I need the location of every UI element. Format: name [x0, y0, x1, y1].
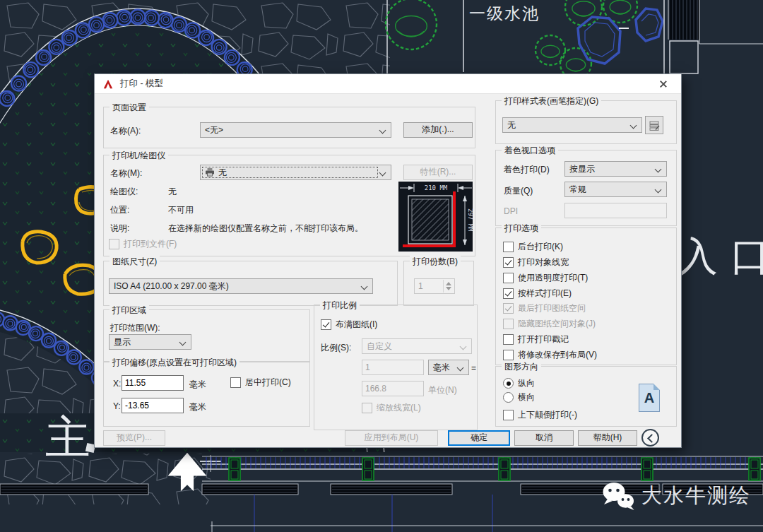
scale-factor-input [362, 360, 424, 375]
orientation-paper-icon: A [639, 384, 660, 412]
plot-option-checkbox[interactable] [503, 350, 514, 360]
group-label: 打印比例 [320, 300, 360, 312]
landscape-radio[interactable] [503, 392, 514, 403]
scale-lineweight-row: 缩放线宽(L) [362, 402, 421, 414]
pool-label: 一级水池 [469, 3, 540, 25]
chevron-left-icon [647, 434, 656, 443]
plot-style-combo[interactable]: 无 [502, 117, 642, 133]
main-gate-label: 主 [45, 407, 90, 468]
shade-plot-combo[interactable]: 按显示 [564, 161, 667, 177]
group-plot-offset: 打印偏移(原点设置在可打印区域) [103, 362, 310, 427]
chevron-down-icon [379, 127, 386, 134]
plot-option-label: 后台打印(K) [518, 241, 563, 253]
scale-combo: 自定义 [362, 338, 472, 354]
plot-option-label: 打开打印戳记 [518, 333, 569, 345]
scale-value: 自定义 [367, 341, 392, 353]
plot-option-row: 后台打印(K) [503, 241, 563, 253]
quality-combo[interactable]: 常规 [564, 182, 667, 197]
watermark-text: 大水牛测绘 [641, 482, 751, 510]
quality-label: 质量(Q) [504, 185, 533, 197]
plot-range-label: 打印范围(W): [110, 322, 160, 334]
chevron-down-icon [655, 166, 662, 173]
location-value: 不可用 [168, 204, 194, 216]
portrait-radio[interactable] [503, 378, 514, 389]
location-label: 位置: [110, 204, 129, 216]
quality-value: 常规 [569, 184, 586, 196]
scale-units-input [362, 381, 424, 396]
plot-option-label: 最后打印图纸空间 [518, 302, 586, 314]
plot-option-checkbox [503, 303, 514, 314]
flip-row: 上下颠倒打印(-) [503, 409, 577, 421]
cursor-arrow [165, 452, 209, 492]
chevron-down-icon [457, 365, 464, 372]
scale-unit-value: 毫米 [433, 362, 450, 374]
scale-unit-combo[interactable]: 毫米 [428, 360, 469, 375]
scale-units-label: 单位(N) [428, 384, 457, 396]
fit-to-paper-label: 布满图纸(I) [336, 319, 377, 331]
chevron-down-icon [379, 170, 386, 177]
ok-button[interactable]: 确定 [448, 430, 510, 446]
page-setup-name-combo[interactable]: <无> [200, 122, 391, 138]
plot-option-checkbox[interactable] [503, 273, 514, 283]
plot-option-checkbox[interactable] [503, 242, 514, 252]
paper-size-value: ISO A4 (210.00 x 297.00 毫米) [114, 280, 229, 292]
add-page-setup-button[interactable]: 添加(.)... [403, 122, 473, 138]
plot-range-value: 显示 [114, 336, 131, 348]
plot-option-checkbox[interactable] [503, 334, 514, 345]
less-options-button[interactable] [641, 429, 659, 447]
fit-to-paper-checkbox[interactable] [321, 319, 331, 330]
group-label: 打印机/绘图仪 [110, 150, 168, 162]
scale-label: 比例(S): [321, 342, 351, 354]
plot-option-row: 打印对象线宽 [503, 256, 569, 268]
plot-option-checkbox[interactable] [503, 288, 514, 299]
apply-to-layout-button: 应用到布局(U) [345, 430, 438, 446]
offset-x-label: X: [113, 379, 121, 389]
paper-height-label: 297 MM [467, 208, 473, 232]
paper-width-label: 210 MM [425, 184, 448, 191]
offset-x-input[interactable] [122, 375, 184, 391]
page-setup-name-value: <无> [205, 124, 223, 136]
plot-to-file-checkbox [109, 239, 119, 249]
plot-option-row: 最后打印图纸空间 [503, 302, 586, 314]
autocad-canvas: 一级水池 入口 主 大水牛测绘 打印 - 模型 页面设置 名称(A): [0, 0, 763, 532]
entrance-label: 入口 [678, 230, 763, 284]
group-label: 打印份数(B) [410, 256, 461, 268]
group-label: 页面设置 [110, 102, 149, 114]
printer-icon [205, 168, 215, 177]
close-button[interactable] [653, 76, 674, 93]
group-label: 图形方向 [502, 361, 541, 373]
plot-option-row: 隐藏图纸空间对象(J) [503, 318, 596, 330]
plot-dialog: 打印 - 模型 页面设置 名称(A): <无> 添加(.)... 打印机/绘图仪… [94, 73, 682, 448]
plot-option-checkbox[interactable] [503, 257, 514, 268]
spinner-arrows-icon [443, 280, 454, 292]
center-plot-checkbox[interactable] [230, 377, 241, 388]
dialog-title: 打印 - 模型 [120, 78, 163, 90]
help-button[interactable]: 帮助(H) [578, 430, 637, 446]
plot-option-label: 按样式打印(E) [518, 288, 572, 300]
group-label: 打印选项 [502, 223, 541, 235]
landscape-row: 横向 [503, 391, 535, 403]
group-label: 打印偏移(原点设置在可打印区域) [110, 357, 239, 369]
plot-to-file-label: 打印到文件(F) [124, 238, 177, 250]
printer-name-combo[interactable]: 无 [200, 165, 391, 180]
chevron-down-icon [630, 122, 637, 129]
dpi-label: DPI [504, 206, 518, 216]
plot-range-combo[interactable]: 显示 [109, 334, 191, 350]
shade-plot-value: 按显示 [569, 163, 595, 175]
copies-value: 1 [418, 281, 423, 291]
chevron-down-icon [179, 339, 187, 346]
plot-option-label: 打印对象线宽 [518, 256, 569, 268]
group-label: 打印区域 [110, 305, 149, 317]
paper-size-combo[interactable]: ISO A4 (210.00 x 297.00 毫米) [109, 278, 373, 294]
wechat-icon [602, 482, 634, 510]
plot-option-checkbox [503, 319, 514, 329]
flip-checkbox[interactable] [503, 410, 514, 420]
cancel-button[interactable]: 取消 [514, 430, 574, 446]
properties-button: 特性(R)... [403, 165, 473, 180]
landscape-label: 横向 [518, 391, 535, 403]
portrait-row: 纵向 [503, 377, 535, 389]
offset-y-input[interactable] [122, 398, 184, 413]
page-setup-name-label: 名称(A): [110, 125, 141, 137]
printer-name-value: 无 [218, 167, 227, 179]
edit-plot-style-button[interactable] [645, 116, 663, 134]
